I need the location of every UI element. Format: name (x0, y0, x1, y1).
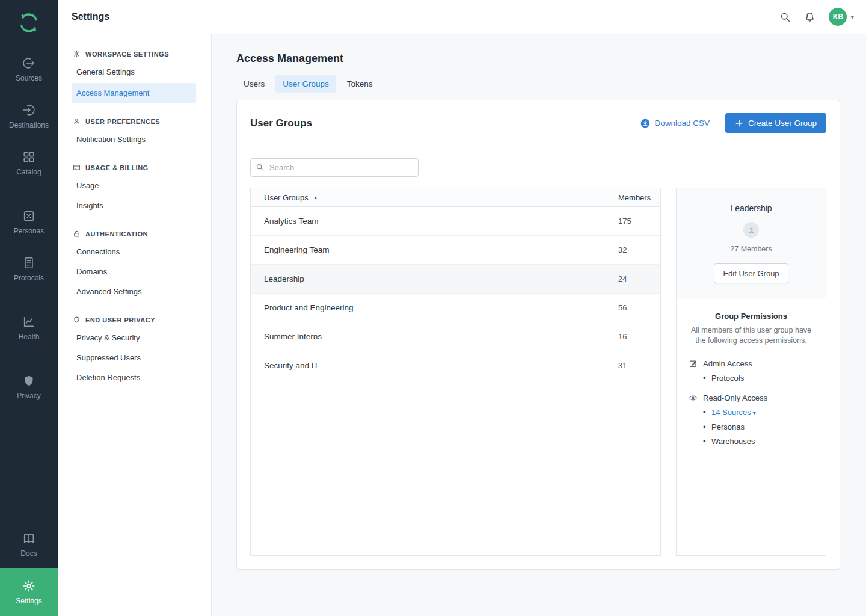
segment-logo[interactable] (0, 0, 58, 46)
card-icon (73, 164, 81, 171)
group-detail-panel: Leadership 27 Members Edit User Group (676, 188, 826, 556)
read-only-access-group: Read-Only Access 14 Sources▾ Personas Wa… (689, 393, 814, 446)
sidebar-item-deletion-requests[interactable]: Deletion Requests (58, 368, 211, 387)
nav-section-title: USER PREFERENCES (85, 118, 160, 125)
sidebar-item-destinations[interactable]: Destinations (0, 93, 58, 140)
sidebar-item-insights[interactable]: Insights (58, 196, 211, 215)
download-csv-button[interactable]: Download CSV (640, 119, 710, 128)
table-row[interactable]: Product and Engineering 56 (251, 294, 660, 322)
sidebar-item-general-settings[interactable]: General Settings (58, 62, 211, 82)
admin-access-label: Admin Access (703, 359, 752, 368)
table-header-row: User Groups ▲ Members (251, 188, 660, 207)
download-icon (640, 119, 650, 128)
card-body: User Groups ▲ Members Analytics Team 175 (237, 146, 840, 569)
nav-group-audience: Personas Protocols (0, 199, 58, 292)
column-header-members[interactable]: Members (618, 193, 660, 202)
search-input[interactable] (250, 158, 419, 177)
members-cell: 56 (618, 303, 660, 312)
docs-icon (22, 532, 35, 545)
nav-section-authentication: AUTHENTICATION Connections Domains Advan… (58, 230, 211, 301)
sidebar-item-privacy[interactable]: Privacy (0, 363, 58, 410)
table-row[interactable]: Summer Interns 16 (251, 322, 660, 351)
chevron-down-icon: ▾ (850, 13, 854, 21)
members-cell: 175 (618, 217, 660, 226)
sources-count-link[interactable]: 14 Sources (711, 408, 751, 417)
personas-icon (22, 209, 35, 223)
sidebar-item-usage[interactable]: Usage (58, 176, 211, 196)
sidebar-item-advanced-settings[interactable]: Advanced Settings (58, 282, 211, 301)
sidebar-item-health[interactable]: Health (0, 304, 58, 351)
shield-icon (73, 316, 81, 324)
sidebar-item-domains[interactable]: Domains (58, 262, 211, 282)
sidebar-item-docs[interactable]: Docs (0, 521, 58, 568)
group-name-cell: Summer Interns (251, 332, 618, 341)
read-only-access-label: Read-Only Access (703, 393, 767, 402)
nav-section-header: USAGE & BILLING (58, 164, 211, 171)
sidebar-item-label: Protocols (14, 274, 44, 282)
sidebar-item-suppressed-users[interactable]: Suppressed Users (58, 348, 211, 368)
sidebar-item-notification-settings[interactable]: Notification Settings (58, 129, 211, 149)
nav-section-title: WORKSPACE SETTINGS (85, 51, 169, 58)
sidebar-item-privacy-security[interactable]: Privacy & Security (58, 328, 211, 348)
notifications-button[interactable] (804, 11, 815, 23)
tab-tokens[interactable]: Tokens (340, 75, 380, 93)
nav-section-title: USAGE & BILLING (85, 164, 149, 171)
group-name-cell: Leadership (251, 274, 618, 283)
sidebar-item-connections[interactable]: Connections (58, 242, 211, 262)
health-icon (22, 315, 35, 328)
sidebar-item-access-management[interactable]: Access Management (72, 83, 196, 103)
nav-section-workspace-settings: WORKSPACE SETTINGS General Settings Acce… (58, 50, 211, 103)
group-name-cell: Product and Engineering (251, 303, 618, 312)
nav-group-connections: Sources Destinations Catalog (0, 46, 58, 186)
read-only-access-list: 14 Sources▾ Personas Warehouses (689, 408, 814, 446)
table-row[interactable]: Analytics Team 175 (251, 207, 660, 236)
page-title: Access Management (236, 52, 840, 65)
permission-item: 14 Sources▾ (703, 408, 814, 417)
edit-icon (689, 359, 698, 368)
admin-access-list: Protocols (689, 374, 814, 383)
privacy-icon (22, 374, 35, 387)
card-actions: Download CSV Create User Group (640, 113, 826, 133)
create-user-group-label: Create User Group (748, 119, 817, 128)
table-row-selected[interactable]: Leadership 24 (251, 265, 660, 294)
page-header-title: Settings (72, 11, 109, 22)
table-row[interactable]: Security and IT 31 (251, 351, 660, 380)
group-member-count: 27 Members (689, 245, 814, 253)
app-root: Sources Destinations Catalog (0, 0, 866, 616)
permission-item: Personas (703, 422, 814, 431)
column-header-user-groups[interactable]: User Groups ▲ (251, 193, 618, 202)
edit-user-group-button[interactable]: Edit User Group (714, 263, 788, 283)
sidebar-item-protocols[interactable]: Protocols (0, 245, 58, 292)
members-cell: 24 (618, 274, 660, 283)
search-icon (256, 163, 264, 171)
nav-section-header: USER PREFERENCES (58, 117, 211, 125)
sidebar-item-settings[interactable]: Settings (0, 568, 58, 616)
sidebar-item-label: Catalog (16, 168, 41, 176)
tabs: Users User Groups Tokens (236, 75, 840, 93)
tab-user-groups[interactable]: User Groups (275, 75, 336, 93)
nav-section-header: END USER PRIVACY (58, 316, 211, 324)
sidebar-item-sources[interactable]: Sources (0, 46, 58, 93)
sidebar-item-personas[interactable]: Personas (0, 199, 58, 245)
account-menu[interactable]: KB ▾ (829, 8, 854, 26)
column-header-label: User Groups (264, 193, 309, 202)
main-content: Access Management Users User Groups Toke… (212, 34, 866, 616)
tab-users[interactable]: Users (236, 75, 272, 93)
permission-item: Warehouses (703, 437, 814, 446)
members-cell: 32 (618, 245, 660, 254)
catalog-icon (22, 150, 35, 164)
group-name-cell: Analytics Team (251, 217, 618, 226)
admin-access-group: Admin Access Protocols (689, 359, 814, 383)
avatar: KB (829, 8, 847, 26)
read-only-access-header: Read-Only Access (689, 393, 814, 402)
sidebar-item-catalog[interactable]: Catalog (0, 140, 58, 186)
create-user-group-button[interactable]: Create User Group (725, 113, 826, 133)
search-button[interactable] (779, 11, 791, 23)
group-name-cell: Security and IT (251, 361, 618, 370)
download-csv-label: Download CSV (654, 119, 710, 128)
table-row[interactable]: Engineering Team 32 (251, 236, 660, 265)
chevron-down-icon: ▾ (753, 410, 756, 416)
table-detail-row: User Groups ▲ Members Analytics Team 175 (250, 188, 826, 556)
nav-section-header: AUTHENTICATION (58, 230, 211, 238)
nav-section-title: AUTHENTICATION (85, 230, 148, 238)
